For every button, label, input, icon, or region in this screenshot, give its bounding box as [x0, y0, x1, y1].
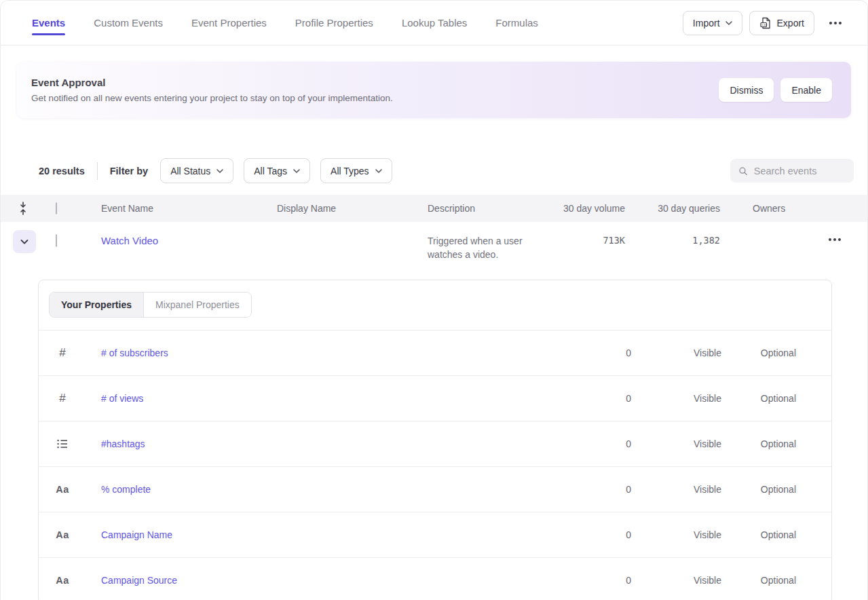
tab-lookup-tables-label: Lookup Tables: [402, 17, 467, 29]
divider: [97, 162, 98, 180]
property-name-link[interactable]: # of views: [86, 393, 143, 404]
enable-button[interactable]: Enable: [780, 78, 832, 102]
event-row: Watch Video Triggered when a user watche…: [1, 222, 867, 269]
properties-list: # Aa # of subscribers 0 Visible Optional: [39, 331, 831, 600]
ellipsis-icon: [829, 22, 832, 24]
property-visibility: Visible: [631, 529, 721, 540]
property-row: # Aa #hashtags 0 Visible Optional: [39, 421, 831, 467]
event-name-link[interactable]: Watch Video: [101, 222, 158, 246]
search-events-input[interactable]: [754, 166, 847, 176]
property-row: # Aa # of subscribers 0 Visible Optional: [39, 331, 831, 376]
property-visibility: Visible: [631, 393, 721, 404]
property-name-link[interactable]: Campaign Name: [86, 529, 172, 540]
collapse-row-button[interactable]: [13, 230, 36, 253]
collapse-all-button[interactable]: [1, 202, 45, 215]
ellipsis-icon: [829, 238, 831, 241]
event-approval-banner: Event Approval Get notified on all new e…: [17, 62, 851, 118]
description-cell: Triggered when a user watches a video.: [428, 222, 540, 269]
column-header-owners: Owners: [720, 203, 801, 214]
tab-formulas-label: Formulas: [495, 17, 538, 29]
tab-your-properties[interactable]: Your Properties: [50, 293, 143, 317]
property-name-link[interactable]: # of subscribers: [86, 348, 168, 358]
tags-filter-label: All Tags: [254, 166, 287, 176]
svg-text:csv: csv: [761, 23, 768, 26]
property-name-link[interactable]: Campaign Source: [86, 575, 177, 586]
tab-formulas[interactable]: Formulas: [495, 17, 538, 29]
property-requirement: Optional: [721, 438, 796, 449]
column-header-display-name: Display Name: [277, 203, 428, 214]
tab-mixpanel-properties[interactable]: Mixpanel Properties: [143, 293, 251, 317]
property-requirement: Optional: [721, 529, 796, 540]
column-header-queries: 30 day queries: [625, 203, 720, 214]
row-options-button[interactable]: [829, 238, 841, 269]
panel-tab-bar: Your Properties Mixpanel Properties: [39, 280, 831, 331]
property-requirement: Optional: [721, 575, 796, 586]
property-row: # Aa Campaign Source 0 Visible Optional: [39, 558, 831, 600]
number-type-icon: #: [59, 346, 65, 360]
tab-profile-properties[interactable]: Profile Properties: [295, 17, 373, 29]
property-row: # Aa % complete 0 Visible Optional: [39, 467, 831, 512]
tab-custom-events[interactable]: Custom Events: [94, 17, 163, 29]
owners-cell: [720, 222, 801, 269]
property-sampled-value: 0: [563, 529, 631, 540]
property-requirement: Optional: [721, 393, 796, 404]
banner-actions: Dismiss Enable: [719, 78, 832, 102]
chevron-down-icon: [20, 240, 29, 244]
tab-lookup-tables[interactable]: Lookup Tables: [402, 17, 467, 29]
property-requirement: Optional: [721, 484, 796, 495]
lexicon-page: Events Custom Events Event Properties Pr…: [0, 0, 868, 600]
property-row: # Aa # of views 0 Visible Optional: [39, 376, 831, 421]
list-type-icon: [57, 439, 68, 449]
status-filter-dropdown[interactable]: All Status: [160, 158, 233, 183]
collapse-all-icon: [18, 202, 28, 215]
export-button[interactable]: csv Export: [749, 11, 814, 35]
active-tab-underline: [32, 33, 65, 35]
tags-filter-dropdown[interactable]: All Tags: [244, 158, 310, 183]
nav-tabs: Events Custom Events Event Properties Pr…: [32, 17, 538, 29]
table-header: Event Name Display Name Description 30 d…: [1, 195, 867, 222]
queries-cell: 1,382: [625, 222, 720, 269]
more-options-button[interactable]: [824, 15, 847, 31]
row-checkbox[interactable]: [56, 234, 57, 247]
banner-text: Event Approval Get notified on all new e…: [31, 77, 393, 103]
text-type-icon: Aa: [56, 484, 69, 495]
import-button-label: Import: [693, 18, 720, 29]
property-visibility: Visible: [631, 348, 721, 358]
column-header-volume: 30 day volume: [557, 203, 625, 214]
top-navbar: Events Custom Events Event Properties Pr…: [1, 1, 867, 45]
number-type-icon: #: [59, 392, 65, 405]
event-properties-panel: Your Properties Mixpanel Properties # Aa: [38, 280, 832, 600]
text-type-icon: Aa: [56, 529, 69, 540]
property-sampled-value: 0: [563, 484, 631, 495]
property-name-link[interactable]: % complete: [86, 484, 151, 495]
property-row: # Aa Campaign Name 0 Visible Optional: [39, 512, 831, 558]
import-button[interactable]: Import: [683, 11, 742, 35]
property-requirement: Optional: [721, 348, 796, 358]
properties-tab-switcher: Your Properties Mixpanel Properties: [49, 292, 252, 318]
property-visibility: Visible: [631, 438, 721, 449]
banner-description: Get notified on all new events entering …: [31, 93, 393, 103]
property-sampled-value: 0: [563, 393, 631, 404]
tab-events[interactable]: Events: [32, 17, 65, 29]
column-header-description: Description: [428, 203, 557, 214]
property-name-link[interactable]: #hashtags: [86, 438, 145, 449]
types-filter-dropdown[interactable]: All Types: [320, 158, 392, 183]
tab-profile-properties-label: Profile Properties: [295, 17, 373, 29]
property-sampled-value: 0: [563, 348, 631, 358]
select-all-checkbox[interactable]: [56, 202, 57, 214]
display-name-cell: [277, 222, 428, 269]
property-sampled-value: 0: [563, 438, 631, 449]
filter-by-label: Filter by: [110, 166, 148, 176]
tab-custom-events-label: Custom Events: [94, 17, 163, 29]
chevron-down-icon: [293, 169, 300, 173]
tab-events-label: Events: [32, 17, 65, 29]
text-type-icon: Aa: [56, 575, 69, 586]
property-visibility: Visible: [631, 484, 721, 495]
nav-actions: Import csv Export: [683, 11, 847, 35]
search-events-box[interactable]: [730, 159, 854, 183]
dismiss-button[interactable]: Dismiss: [719, 78, 774, 102]
chevron-down-icon: [216, 169, 223, 173]
volume-cell: 713K: [557, 222, 625, 269]
filter-row: 20 results Filter by All Status All Tags…: [39, 158, 854, 183]
tab-event-properties[interactable]: Event Properties: [191, 17, 267, 29]
